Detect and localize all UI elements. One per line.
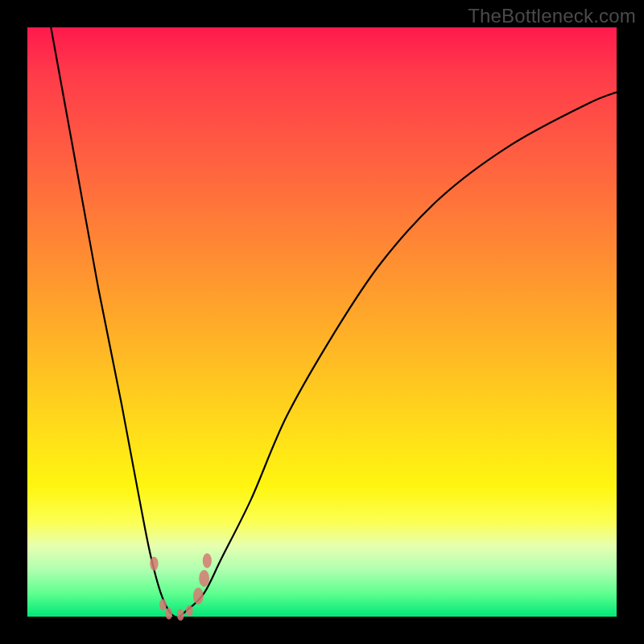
watermark-text: TheBottleneck.com <box>468 5 636 27</box>
curve-marker <box>159 599 167 610</box>
curve-marker <box>186 605 193 617</box>
bottleneck-curve-svg <box>27 27 617 617</box>
curve-marker <box>203 553 212 568</box>
curve-marker <box>165 608 172 619</box>
chart-plot-area <box>27 27 617 617</box>
bottleneck-curve-path <box>51 27 617 617</box>
curve-marker <box>150 557 158 571</box>
curve-marker <box>193 588 204 605</box>
curve-marker <box>199 570 209 587</box>
curve-marker <box>177 609 184 621</box>
